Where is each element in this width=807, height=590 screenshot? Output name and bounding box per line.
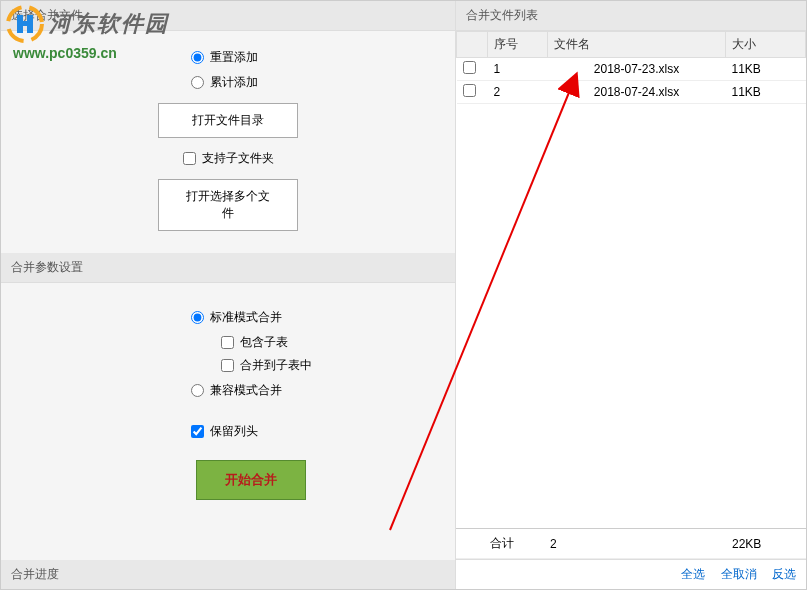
radio-reset-add-label: 重置添加 xyxy=(210,49,258,66)
section-progress-title: 合并进度 xyxy=(1,560,455,589)
table-row[interactable]: 12018-07-23.xlsx11KB xyxy=(457,58,806,81)
radio-accumulate-add-label: 累计添加 xyxy=(210,74,258,91)
radio-compat-mode-label: 兼容模式合并 xyxy=(210,382,282,399)
section-merge-params-title: 合并参数设置 xyxy=(1,253,455,283)
file-list-title: 合并文件列表 xyxy=(456,1,806,31)
checkbox-merge-to-subtable[interactable] xyxy=(221,359,234,372)
radio-reset-add[interactable] xyxy=(191,51,204,64)
checkbox-include-subtable[interactable] xyxy=(221,336,234,349)
link-invert-selection[interactable]: 反选 xyxy=(772,567,796,581)
checkbox-subfolder[interactable] xyxy=(183,152,196,165)
link-select-all[interactable]: 全选 xyxy=(681,567,705,581)
total-row: 合计 2 22KB xyxy=(456,529,806,559)
row-checkbox[interactable] xyxy=(463,61,476,74)
link-deselect-all[interactable]: 全取消 xyxy=(721,567,757,581)
row-checkbox[interactable] xyxy=(463,84,476,97)
open-multiple-files-button[interactable]: 打开选择多个文件 xyxy=(158,179,298,231)
total-count: 2 xyxy=(544,529,726,559)
radio-standard-mode-label: 标准模式合并 xyxy=(210,309,282,326)
selection-links: 全选 全取消 反选 xyxy=(456,559,806,589)
section-select-files-title: 选择合并文件 xyxy=(1,1,455,31)
col-size[interactable]: 大小 xyxy=(726,32,806,58)
row-seq: 2 xyxy=(488,81,548,104)
total-size: 22KB xyxy=(726,529,806,559)
row-size: 11KB xyxy=(726,81,806,104)
left-panel: 选择合并文件 重置添加 累计添加 打开文件目录 支持子文件夹 打开选择多个文件 … xyxy=(1,1,455,589)
checkbox-include-subtable-label: 包含子表 xyxy=(240,334,288,351)
row-filename: 2018-07-24.xlsx xyxy=(548,81,726,104)
col-checkbox[interactable] xyxy=(457,32,488,58)
file-list-table: 序号 文件名 大小 12018-07-23.xlsx11KB22018-07-2… xyxy=(456,31,806,104)
row-seq: 1 xyxy=(488,58,548,81)
checkbox-keep-header-label: 保留列头 xyxy=(210,423,258,440)
radio-accumulate-add[interactable] xyxy=(191,76,204,89)
row-size: 11KB xyxy=(726,58,806,81)
open-directory-button[interactable]: 打开文件目录 xyxy=(158,103,298,138)
total-label: 合计 xyxy=(484,529,544,559)
right-panel: 合并文件列表 序号 文件名 大小 12018-07-23.xlsx11KB220… xyxy=(455,1,806,589)
col-filename[interactable]: 文件名 xyxy=(548,32,726,58)
row-filename: 2018-07-23.xlsx xyxy=(548,58,726,81)
col-seq[interactable]: 序号 xyxy=(488,32,548,58)
start-merge-button[interactable]: 开始合并 xyxy=(196,460,306,500)
radio-standard-mode[interactable] xyxy=(191,311,204,324)
radio-compat-mode[interactable] xyxy=(191,384,204,397)
checkbox-subfolder-label: 支持子文件夹 xyxy=(202,150,274,167)
table-row[interactable]: 22018-07-24.xlsx11KB xyxy=(457,81,806,104)
checkbox-keep-header[interactable] xyxy=(191,425,204,438)
checkbox-merge-to-subtable-label: 合并到子表中 xyxy=(240,357,312,374)
